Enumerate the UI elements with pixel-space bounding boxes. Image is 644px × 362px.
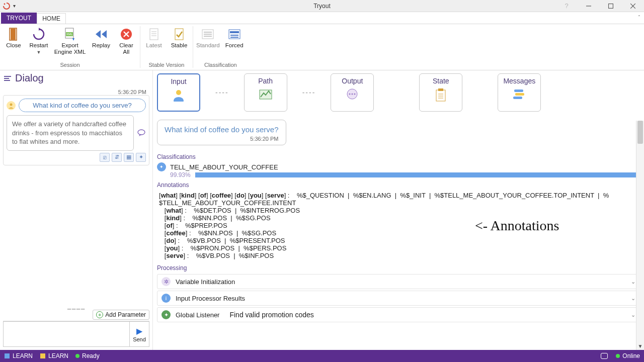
svg-rect-50 bbox=[513, 97, 522, 99]
svg-rect-48 bbox=[514, 89, 523, 92]
svg-point-42 bbox=[354, 94, 356, 95]
svg-rect-43 bbox=[436, 90, 445, 101]
input-card: What kind of coffee do you serve? 5:36:2… bbox=[157, 120, 286, 145]
svg-rect-44 bbox=[438, 88, 443, 91]
connector-icon: ---- bbox=[302, 88, 316, 97]
rewind-icon bbox=[94, 27, 108, 41]
annotations-body: [what] [kind] [of] [coffee] [do] [you] [… bbox=[153, 190, 644, 261]
send-button[interactable]: ▶ Send bbox=[129, 321, 149, 347]
connector-icon: ---- bbox=[215, 88, 229, 97]
restart-button[interactable]: Restart▼ bbox=[28, 27, 49, 55]
window-title: Tryout bbox=[0, 3, 644, 10]
scroll-down-icon[interactable]: ▼ bbox=[636, 343, 644, 349]
clear-icon bbox=[119, 27, 133, 41]
info-icon: i bbox=[162, 294, 171, 303]
pipeline-nodes: Input ---- Path ---- Output State Messag… bbox=[153, 70, 644, 115]
processing-input-results[interactable]: i Input Processor Results ⌄ bbox=[157, 291, 640, 306]
node-path[interactable]: Path bbox=[244, 73, 287, 112]
replay-button[interactable]: Replay bbox=[91, 27, 112, 49]
node-state[interactable]: State bbox=[419, 73, 462, 112]
book-icon bbox=[4, 353, 10, 359]
class-badge-icon: ✦ bbox=[157, 162, 166, 171]
latest-button[interactable]: Latest bbox=[143, 27, 165, 49]
bot-response: We offer a variety of handcrafted coffee… bbox=[7, 115, 134, 151]
stack-icon bbox=[512, 88, 526, 100]
chevron-down-icon[interactable]: ⌄ bbox=[631, 279, 635, 285]
message-input[interactable] bbox=[3, 321, 129, 347]
message-actions: ⎚ ⇵ ▦ ✦ bbox=[7, 153, 146, 162]
processing-var-init[interactable]: ✲ Variable Initialization ⌄ bbox=[157, 274, 640, 289]
section-annotations: Annotations bbox=[153, 180, 644, 190]
collapse-ribbon-icon[interactable]: ˆ bbox=[638, 15, 640, 21]
svg-marker-12 bbox=[96, 30, 101, 38]
svg-marker-13 bbox=[102, 30, 107, 38]
person-icon bbox=[172, 88, 186, 102]
svg-point-40 bbox=[349, 94, 351, 95]
list-highlight-icon bbox=[227, 27, 242, 41]
svg-point-37 bbox=[174, 97, 184, 102]
workspace: Dialog 5:36:20 PM What kind of coffee do… bbox=[0, 70, 644, 350]
action-icon-3[interactable]: ▦ bbox=[124, 153, 134, 162]
tab-tryout[interactable]: TRYOUT bbox=[1, 13, 37, 24]
node-messages[interactable]: Messages bbox=[498, 73, 541, 112]
path-icon bbox=[259, 88, 273, 101]
group-label-session: Session bbox=[60, 61, 79, 69]
forced-button[interactable]: Forced bbox=[224, 27, 245, 49]
processing-global-listener[interactable]: ✦ Global Listener Find valid promotion c… bbox=[157, 307, 640, 322]
add-parameter-button[interactable]: + Add Parameter bbox=[93, 310, 149, 320]
speech-bubble-icon[interactable] bbox=[137, 129, 146, 136]
gear-icon: ✲ bbox=[162, 277, 171, 286]
svg-rect-49 bbox=[515, 93, 524, 96]
action-icon-2[interactable]: ⇵ bbox=[112, 153, 122, 162]
scrollbar-thumb[interactable] bbox=[637, 121, 643, 144]
group-label-classification: Classification bbox=[204, 61, 237, 69]
svg-rect-17 bbox=[150, 29, 158, 40]
standard-button[interactable]: Standard bbox=[196, 27, 220, 49]
svg-point-36 bbox=[176, 90, 181, 95]
clipboard-icon bbox=[435, 88, 447, 102]
svg-point-33 bbox=[10, 103, 13, 106]
svg-point-34 bbox=[138, 130, 145, 135]
classification-row[interactable]: ✦ TELL_ME_ABOUT_YOUR_COFFEE 99.93% bbox=[157, 162, 640, 178]
refresh-icon bbox=[32, 27, 46, 41]
clear-all-button[interactable]: Clear All bbox=[116, 27, 137, 55]
close-button[interactable]: Close bbox=[3, 27, 24, 49]
speech-icon bbox=[345, 88, 359, 101]
door-exit-icon bbox=[7, 27, 21, 41]
action-icon-1[interactable]: ⎚ bbox=[100, 153, 110, 162]
user-avatar-icon bbox=[7, 101, 16, 110]
plus-icon: + bbox=[96, 311, 103, 318]
node-output[interactable]: Output bbox=[331, 73, 374, 112]
chat-icon[interactable] bbox=[601, 353, 608, 359]
status-ready: Ready bbox=[75, 352, 100, 359]
vertical-scrollbar[interactable]: ▼ bbox=[636, 121, 644, 350]
svg-rect-6 bbox=[11, 29, 16, 40]
dialog-icon bbox=[3, 75, 12, 82]
status-bar: LEARN LEARN Ready Online bbox=[0, 350, 644, 362]
xml-file-icon: XML bbox=[63, 27, 77, 41]
svg-rect-52 bbox=[40, 353, 45, 358]
status-online: Online bbox=[616, 352, 640, 359]
action-icon-4[interactable]: ✦ bbox=[136, 153, 146, 162]
svg-marker-11 bbox=[72, 38, 74, 41]
dialog-panel: Dialog 5:36:20 PM What kind of coffee do… bbox=[0, 70, 153, 350]
chevron-down-icon[interactable]: ⌄ bbox=[631, 312, 635, 318]
ribbon: Close Restart▼ XML Export Engine XML Rep… bbox=[0, 24, 644, 70]
chevron-down-icon[interactable]: ⌄ bbox=[631, 295, 635, 302]
stable-button[interactable]: Stable bbox=[169, 27, 190, 49]
tab-home[interactable]: HOME bbox=[37, 13, 66, 24]
svg-rect-21 bbox=[175, 29, 183, 40]
section-classifications: Classifications bbox=[153, 152, 644, 161]
export-engine-xml-button[interactable]: XML Export Engine XML bbox=[53, 27, 87, 55]
node-input[interactable]: Input bbox=[157, 73, 200, 112]
globe-icon: ✦ bbox=[162, 310, 171, 319]
message-timestamp: 5:36:20 PM bbox=[3, 89, 149, 95]
dialog-header: Dialog bbox=[0, 70, 152, 86]
dropdown-caret-icon[interactable]: ▼ bbox=[37, 50, 41, 55]
status-learn-2[interactable]: LEARN bbox=[40, 352, 68, 359]
conversation-block: What kind of coffee do you serve? We off… bbox=[3, 95, 149, 165]
status-learn-1[interactable]: LEARN bbox=[4, 352, 33, 359]
status-dot-icon bbox=[616, 354, 620, 358]
svg-text:XML: XML bbox=[66, 33, 73, 36]
svg-rect-51 bbox=[5, 353, 10, 358]
